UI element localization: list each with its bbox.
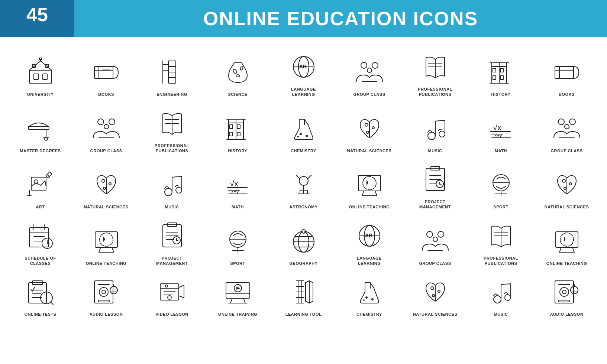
project-management-icon: [417, 163, 454, 196]
icon-cell-36: ONLINE TESTS: [7, 270, 73, 321]
icon-cell-30: SPORT: [205, 214, 271, 270]
svg-point-238: [432, 295, 435, 297]
icon-label-27: SCHEDULE OF CLASSES: [18, 256, 63, 266]
svg-marker-216: [236, 287, 240, 290]
icon-label-22: ASTRONOMY: [290, 204, 318, 209]
icon-label-8: BOOKS: [559, 92, 575, 97]
online-teaching-icon: [88, 224, 125, 258]
professional-publications-icon: [154, 107, 191, 140]
svg-point-142: [569, 183, 572, 185]
svg-point-29: [367, 68, 372, 72]
svg-point-81: [372, 127, 374, 129]
icon-cell-16: √x x+y MATH: [468, 101, 534, 157]
svg-rect-125: [358, 175, 381, 191]
icon-cell-6: PROFESSIONAL PUBLICATIONS: [402, 45, 468, 101]
language-learning-icon: AB: [351, 219, 388, 253]
svg-point-20: [232, 69, 237, 74]
icon-cell-9: MASTER DEGREES: [7, 101, 73, 157]
badge: 45: [0, 0, 74, 37]
svg-rect-37: [499, 63, 507, 83]
svg-point-236: [431, 287, 434, 290]
icon-cell-3: SCIENCE: [205, 45, 271, 101]
icon-cell-2: ENGINEERING: [139, 45, 205, 101]
svg-rect-153: [95, 232, 117, 247]
svg-point-82: [367, 131, 369, 133]
svg-point-246: [562, 290, 566, 294]
icon-label-5: GROUP CLASS: [353, 92, 385, 97]
icon-cell-28: ONLINE TEACHING: [73, 214, 139, 270]
svg-point-55: [104, 124, 109, 129]
icon-label-6: PROFESSIONAL PUBLICATIONS: [413, 87, 458, 97]
svg-point-22: [236, 75, 240, 77]
icon-cell-34: PROFESSIONAL PUBLICATIONS: [468, 214, 534, 270]
svg-point-21: [240, 66, 243, 71]
books2-icon: [548, 55, 585, 89]
svg-rect-206: [160, 284, 179, 300]
svg-point-239: [494, 296, 501, 303]
icon-label-28: ONLINE TEACHING: [86, 261, 127, 266]
online-teaching-icon: [351, 168, 388, 201]
online-training-icon: [219, 275, 256, 309]
online-teaching-icon: [548, 224, 585, 258]
svg-text:√x: √x: [493, 123, 501, 132]
svg-point-94: [569, 119, 575, 125]
svg-point-54: [109, 119, 115, 125]
svg-line-124: [307, 175, 311, 179]
svg-point-155: [100, 233, 113, 246]
icon-cell-14: NATURAL SCIENCES: [336, 101, 402, 157]
svg-rect-1: [34, 74, 38, 79]
icon-cell-21: √x x+y MATH: [205, 157, 271, 214]
icon-cell-44: AUDIO LESSON: [534, 270, 600, 321]
svg-point-53: [98, 119, 104, 125]
svg-point-180: [438, 231, 444, 237]
icon-cell-15: MUSIC: [402, 101, 468, 157]
icon-cell-35: ONLINE TEACHING: [534, 214, 600, 270]
icon-label-36: ONLINE TESTS: [24, 312, 56, 317]
svg-point-76: [300, 133, 302, 135]
svg-text:AB: AB: [299, 64, 307, 69]
icon-label-4: LANGUAGE LEARNING: [281, 87, 326, 97]
icon-label-3: SCIENCE: [228, 92, 247, 97]
svg-rect-68: [230, 132, 233, 136]
icon-label-16: MATH: [495, 148, 507, 153]
svg-point-237: [438, 290, 440, 292]
svg-rect-43: [500, 76, 503, 79]
svg-rect-2: [43, 74, 47, 79]
svg-point-212: [168, 296, 171, 299]
svg-point-249: [571, 286, 578, 294]
icon-cell-24: PROJECT MANAGEMENT: [402, 157, 468, 214]
svg-rect-102: [46, 172, 52, 178]
header-title: ONLINE EDUCATION ICONS: [74, 0, 607, 37]
svg-rect-46: [555, 66, 574, 78]
icon-label-7: HISTORY: [491, 92, 511, 97]
svg-point-208: [165, 285, 168, 287]
icon-label-20: MUSIC: [165, 204, 179, 209]
svg-point-200: [102, 290, 106, 294]
svg-point-203: [110, 286, 117, 294]
group-class-icon: [417, 224, 454, 258]
icon-cell-10: GROUP CLASS: [73, 101, 139, 157]
icon-cell-42: NATURAL SCIENCES: [402, 270, 468, 321]
icon-label-35: ONLINE TEACHING: [546, 261, 587, 266]
svg-text:√x: √x: [230, 179, 238, 188]
svg-rect-41: [500, 68, 503, 72]
icon-label-11: PROFESSIONAL PUBLICATIONS: [150, 143, 194, 154]
online-tests-icon: [22, 275, 59, 309]
professional-publications-icon: [417, 50, 454, 84]
group-class-icon: [88, 112, 125, 145]
svg-point-95: [565, 124, 569, 129]
svg-point-190: [560, 233, 574, 246]
icon-label-0: UNIVERSITY: [27, 92, 54, 97]
svg-point-127: [363, 176, 376, 190]
icon-cell-32: AB LANGUAGE LEARNING: [336, 214, 402, 270]
svg-point-104: [102, 179, 105, 182]
svg-point-240: [505, 295, 511, 300]
project-management-icon: [154, 219, 191, 253]
svg-rect-36: [492, 63, 499, 83]
icon-cell-8: BOOKS: [534, 45, 600, 101]
natural-sciences-icon: [417, 275, 454, 309]
astronomy-icon: [285, 168, 322, 201]
icon-label-34: PROFESSIONAL PUBLICATIONS: [479, 256, 523, 266]
svg-text:x+y: x+y: [494, 133, 502, 138]
svg-rect-69: [237, 132, 240, 136]
